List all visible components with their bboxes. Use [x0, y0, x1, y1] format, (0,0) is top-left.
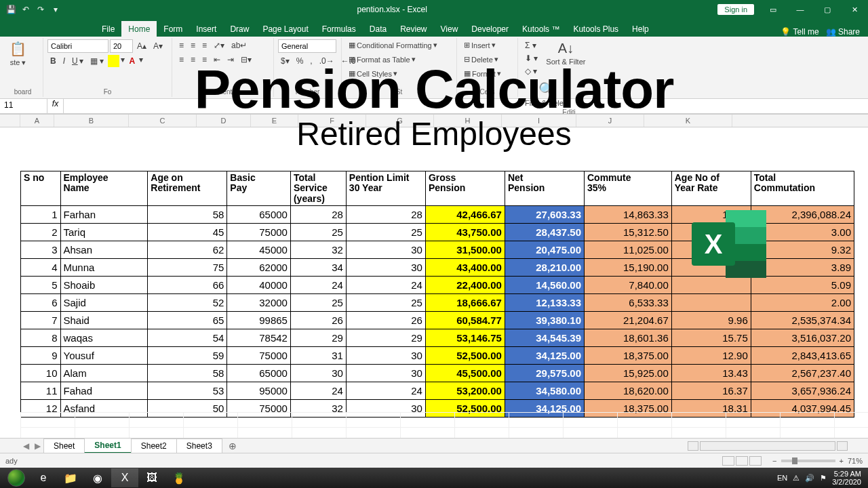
font-size-select[interactable] [110, 39, 133, 53]
pension-table[interactable]: S noEmployeeNameAge onRetirementBasicPay… [20, 171, 854, 418]
zoom-level[interactable]: 71% [848, 457, 863, 465]
tray-clock[interactable]: 5:29 AM3/2/2020 [832, 470, 861, 486]
taskbar-app-icon[interactable]: 🍍 [165, 468, 193, 487]
font-color-button[interactable]: A [126, 55, 138, 67]
tab-home[interactable]: Home [121, 21, 157, 37]
page-break-view-icon[interactable] [749, 456, 762, 466]
underline-button[interactable]: U ▾ [69, 55, 86, 67]
sheet-tab-sheet3[interactable]: Sheet3 [176, 439, 222, 453]
redo-icon[interactable]: ↷ [35, 4, 46, 15]
tab-kutools-plus[interactable]: Kutools Plus [566, 21, 625, 37]
taskbar-photos-icon[interactable]: 🖼 [138, 468, 165, 487]
inc-decimal-icon[interactable]: .0→ [317, 55, 337, 67]
save-icon[interactable]: 💾 [5, 4, 16, 15]
zoom-out-icon[interactable]: − [772, 457, 776, 465]
increase-font-icon[interactable]: A▴ [134, 39, 149, 53]
ribbon-options-icon[interactable]: ▭ [760, 0, 787, 19]
table-row[interactable]: 6Sajid5232000252518,666.6712,133.336,533… [21, 294, 854, 312]
border-button[interactable]: ▦ ▾ [87, 55, 106, 67]
tab-file[interactable]: File [95, 21, 121, 37]
tab-formulas[interactable]: Formulas [315, 21, 363, 37]
sort-filter-button[interactable]: A↓Sort & Filter [543, 39, 588, 67]
new-sheet-button[interactable]: ⊕ [222, 441, 243, 451]
zoom-slider[interactable] [781, 460, 835, 462]
col-header-I[interactable]: I [502, 115, 576, 127]
share-button[interactable]: Share [826, 27, 860, 37]
col-header-J[interactable]: J [576, 115, 644, 127]
tab-draw[interactable]: Draw [223, 21, 256, 37]
merge-button[interactable]: ⊟▾ [238, 54, 254, 66]
worksheet[interactable]: ABCDEFGHIJK S noEmployeeNameAge onRetire… [0, 114, 868, 453]
tab-form[interactable]: Form [157, 21, 189, 37]
sheet-tab-sheet2[interactable]: Sheet2 [131, 439, 177, 453]
autosum-icon[interactable]: Σ ▾ [522, 39, 540, 52]
tab-insert[interactable]: Insert [189, 21, 223, 37]
formula-input[interactable] [64, 99, 868, 113]
hscroll-left-icon[interactable] [688, 441, 698, 451]
normal-view-icon[interactable] [722, 456, 734, 466]
table-row[interactable]: 7Shaid6599865262660,584.7739,380.1021,20… [21, 312, 854, 329]
align-right-icon[interactable]: ≡ [199, 54, 210, 66]
column-headers[interactable]: ABCDEFGHIJK [0, 114, 868, 127]
zoom-in-icon[interactable]: + [840, 457, 844, 465]
align-bot-icon[interactable]: ≡ [199, 39, 210, 52]
align-center-icon[interactable]: ≡ [188, 54, 198, 66]
sheet-tab-sheet1[interactable]: Sheet1 [84, 438, 131, 453]
insert-cells-button[interactable]: ⊞ Insert ▾ [461, 39, 498, 51]
tab-nav-next-icon[interactable]: ▶ [32, 441, 43, 451]
tray-flag-icon[interactable]: ⚑ [820, 474, 827, 483]
align-top-icon[interactable]: ≡ [176, 39, 186, 52]
cell-styles-button[interactable]: ▦ Cell Styles ▾ [346, 68, 400, 79]
tab-developer[interactable]: Developer [465, 21, 515, 37]
start-button[interactable] [3, 468, 30, 488]
name-box[interactable]: 11 [0, 99, 47, 113]
delete-cells-button[interactable]: ⊟ Delete ▾ [461, 54, 501, 65]
tell-me-button[interactable]: 💡 Tell me [781, 27, 818, 37]
format-as-table-button[interactable]: ▦ Format as Table ▾ [346, 54, 418, 65]
bold-button[interactable]: B [47, 55, 59, 67]
align-left-icon[interactable]: ≡ [176, 54, 186, 66]
col-header-A[interactable]: A [20, 115, 54, 127]
conditional-formatting-button[interactable]: ▦ Conditional Formatting ▾ [346, 39, 440, 51]
taskbar-excel-icon[interactable]: X [111, 468, 138, 487]
table-row[interactable]: 9Yousuf5975000313052,500.0034,125.0018,3… [21, 347, 854, 365]
tray-lang[interactable]: EN [777, 474, 787, 482]
tab-view[interactable]: View [434, 21, 465, 37]
number-format-select[interactable] [278, 39, 336, 53]
comma-icon[interactable]: , [307, 55, 315, 67]
taskbar-ie-icon[interactable]: e [30, 468, 57, 487]
undo-icon[interactable]: ↶ [20, 4, 31, 15]
tab-nav-prev-icon[interactable]: ◀ [20, 441, 32, 451]
page-layout-view-icon[interactable] [736, 456, 748, 466]
maximize-button[interactable]: ▢ [814, 0, 841, 19]
table-row[interactable]: 10Alam5865000303045,500.0029,575.0015,92… [21, 365, 854, 382]
col-header-B[interactable]: B [54, 115, 129, 127]
sign-in-button[interactable]: Sign in [717, 4, 754, 15]
tab-review[interactable]: Review [393, 21, 433, 37]
align-mid-icon[interactable]: ≡ [188, 39, 198, 52]
font-name-select[interactable] [47, 39, 108, 53]
format-cells-button[interactable]: ▦ Format ▾ [461, 68, 504, 79]
fill-icon[interactable]: ⬇ ▾ [522, 52, 540, 64]
table-row[interactable]: 5Shoaib6640000242422,400.0014,560.007,84… [21, 277, 854, 294]
percent-icon[interactable]: % [294, 55, 307, 67]
taskbar-chrome-icon[interactable]: ◉ [84, 468, 111, 487]
tab-page-layout[interactable]: Page Layout [256, 21, 315, 37]
col-header-K[interactable]: K [644, 115, 732, 127]
indent-dec-icon[interactable]: ⇤ [211, 54, 223, 66]
sheet-tab-sheet[interactable]: Sheet [43, 439, 85, 453]
col-header-D[interactable]: D [197, 115, 251, 127]
hscroll-track[interactable] [700, 441, 835, 451]
col-header-F[interactable]: F [298, 115, 366, 127]
qat-more-icon[interactable]: ▾ [50, 4, 61, 15]
taskbar-explorer-icon[interactable]: 📁 [57, 468, 84, 487]
close-button[interactable]: ✕ [841, 0, 868, 19]
tray-volume-icon[interactable]: 🔊 [805, 474, 814, 483]
col-header-G[interactable]: G [366, 115, 434, 127]
paste-button[interactable]: 📋ste ▾ [7, 39, 29, 68]
tab-data[interactable]: Data [363, 21, 393, 37]
tray-network-icon[interactable]: ⚠ [793, 474, 800, 483]
indent-inc-icon[interactable]: ⇥ [224, 54, 237, 66]
fx-icon[interactable]: fx [47, 99, 64, 113]
hscroll-right-icon[interactable] [837, 441, 848, 451]
